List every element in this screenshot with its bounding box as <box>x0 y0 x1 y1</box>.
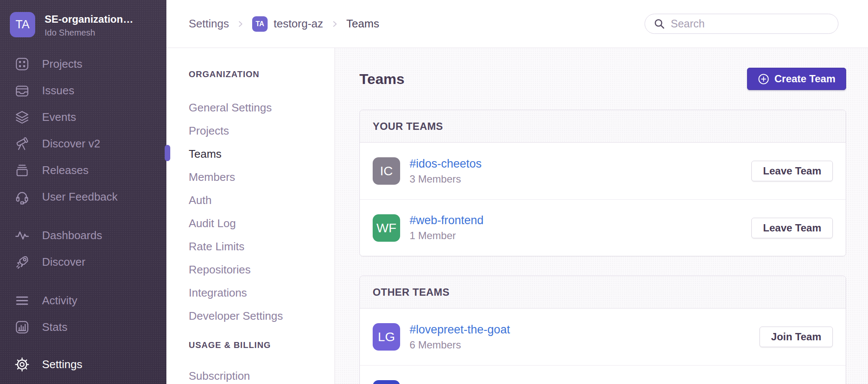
breadcrumb: Settings TA testorg-az Teams <box>189 16 379 32</box>
team-member-count: 6 Members <box>410 339 752 351</box>
team-row-partial <box>360 365 846 384</box>
team-avatar <box>373 380 400 384</box>
team-member-count: 3 Members <box>410 173 744 185</box>
settings-nav-item-general-settings[interactable]: General Settings <box>189 96 335 119</box>
create-team-label: Create Team <box>775 73 835 85</box>
team-avatar: WF <box>373 214 400 242</box>
headset-icon <box>14 189 30 205</box>
other-teams-header: OTHER TEAMS <box>360 276 846 309</box>
sidebar-item-label: Discover v2 <box>42 137 100 150</box>
telescope-icon <box>14 136 30 152</box>
chevron-right-icon <box>330 19 340 29</box>
lines-icon <box>14 293 30 309</box>
team-avatar: IC <box>373 157 400 185</box>
sidebar-item-discover-v2[interactable]: Discover v2 <box>0 130 166 157</box>
sidebar-item-label: Dashboards <box>42 229 102 242</box>
settings-nav-item-audit-log[interactable]: Audit Log <box>189 212 335 235</box>
rocket-icon <box>14 254 30 270</box>
sidebar-item-label: Releases <box>42 164 88 177</box>
settings-nav-item-projects[interactable]: Projects <box>189 119 335 142</box>
team-link[interactable]: #web-frontend <box>410 214 484 227</box>
settings-nav-section-organization: ORGANIZATION <box>189 69 335 80</box>
main-content: Teams Create Team YOUR TEAMS IC <box>335 48 868 384</box>
sidebar-item-issues[interactable]: Issues <box>0 77 166 104</box>
org-meta: SE-organization… Ido Shemesh <box>45 12 133 38</box>
sidebar-item-discover[interactable]: Discover <box>0 249 166 275</box>
sidebar-nav: Projects Issues Events <box>0 51 166 352</box>
other-teams-panel: OTHER TEAMS LG #lovepreet-the-goat 6 Mem… <box>359 276 846 384</box>
breadcrumb-settings-link[interactable]: Settings <box>189 17 229 30</box>
your-teams-panel: YOUR TEAMS IC #idos-cheetos 3 Members Le… <box>359 110 846 256</box>
org-chip-avatar: TA <box>252 16 268 32</box>
plus-circle-icon <box>758 73 769 85</box>
team-row: IC #idos-cheetos 3 Members Leave Team <box>360 143 846 199</box>
settings-nav-item-developer-settings[interactable]: Developer Settings <box>189 304 335 327</box>
sidebar-item-label: Issues <box>42 84 74 97</box>
search-icon <box>654 18 665 30</box>
join-team-button[interactable]: Join Team <box>760 327 833 347</box>
sidebar-item-label: Discover <box>42 255 85 269</box>
search-input[interactable] <box>671 18 829 30</box>
breadcrumb-org-label: testorg-az <box>274 17 323 30</box>
org-switcher[interactable]: TA SE-organization… Ido Shemesh <box>0 0 166 38</box>
settings-nav-item-repositories[interactable]: Repositories <box>189 258 335 281</box>
sidebar-item-label: User Feedback <box>42 190 118 204</box>
settings-nav-section-usage-billing: USAGE & BILLING <box>189 340 335 351</box>
sidebar: TA SE-organization… Ido Shemesh Projects <box>0 0 166 384</box>
active-nav-indicator <box>165 145 170 161</box>
org-user-name: Ido Shemesh <box>45 28 133 38</box>
projects-icon <box>14 56 30 72</box>
chevron-right-icon <box>236 19 245 29</box>
settings-nav-item-teams[interactable]: Teams <box>189 142 335 165</box>
app-window: TA SE-organization… Ido Shemesh Projects <box>0 0 868 384</box>
sidebar-item-user-feedback[interactable]: User Feedback <box>0 183 166 210</box>
settings-nav-item-subscription[interactable]: Subscription <box>189 364 335 384</box>
settings-nav: ORGANIZATION General Settings Projects T… <box>166 48 335 384</box>
breadcrumb-org-link[interactable]: TA testorg-az <box>252 16 323 32</box>
team-row: WF #web-frontend 1 Member Leave Team <box>360 199 846 256</box>
sidebar-item-label: Stats <box>42 321 67 334</box>
sidebar-item-label: Activity <box>42 294 77 307</box>
sidebar-item-stats[interactable]: Stats <box>0 314 166 340</box>
gear-icon <box>14 357 30 372</box>
settings-nav-item-members[interactable]: Members <box>189 165 335 189</box>
sidebar-item-events[interactable]: Events <box>0 104 166 130</box>
page-title: Teams <box>359 71 404 87</box>
create-team-button[interactable]: Create Team <box>747 68 846 90</box>
breadcrumb-teams-link[interactable]: Teams <box>347 17 380 30</box>
sidebar-item-label: Events <box>42 111 76 124</box>
sidebar-item-label: Settings <box>42 358 82 371</box>
top-header-bar: Settings TA testorg-az Teams <box>166 0 868 48</box>
org-name: SE-organization… <box>45 13 133 25</box>
settings-nav-item-rate-limits[interactable]: Rate Limits <box>189 235 335 258</box>
sidebar-item-dashboards[interactable]: Dashboards <box>0 222 166 249</box>
team-link[interactable]: #lovepreet-the-goat <box>410 323 510 336</box>
sidebar-item-label: Projects <box>42 57 82 71</box>
sidebar-item-settings[interactable]: Settings <box>0 352 166 376</box>
events-icon <box>14 109 30 125</box>
settings-nav-item-integrations[interactable]: Integrations <box>189 281 335 304</box>
settings-nav-item-auth[interactable]: Auth <box>189 189 335 212</box>
stats-icon <box>14 319 30 335</box>
team-row: LG #lovepreet-the-goat 6 Members Join Te… <box>360 309 846 365</box>
releases-icon <box>14 162 30 178</box>
team-avatar: LG <box>373 323 400 351</box>
team-member-count: 1 Member <box>410 230 744 242</box>
search-box[interactable] <box>645 14 838 34</box>
team-link[interactable]: #idos-cheetos <box>410 157 482 171</box>
pulse-icon <box>14 228 30 243</box>
sidebar-item-activity[interactable]: Activity <box>0 287 166 314</box>
leave-team-button[interactable]: Leave Team <box>751 161 833 181</box>
issues-icon <box>14 83 30 99</box>
leave-team-button[interactable]: Leave Team <box>751 218 833 238</box>
org-avatar: TA <box>10 12 35 37</box>
sidebar-item-projects[interactable]: Projects <box>0 51 166 77</box>
sidebar-item-releases[interactable]: Releases <box>0 157 166 183</box>
your-teams-header: YOUR TEAMS <box>360 110 846 143</box>
